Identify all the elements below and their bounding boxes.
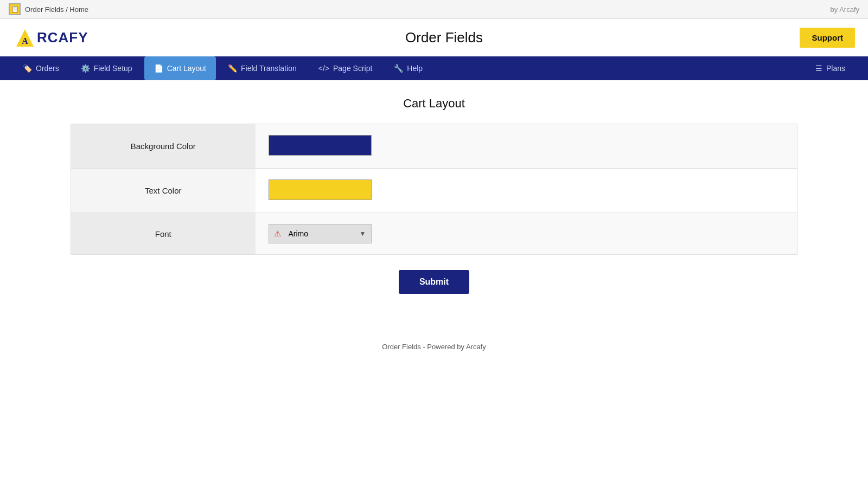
text-color-cell <box>256 169 797 213</box>
text-color-label: Text Color <box>71 169 256 213</box>
nav-item-orders[interactable]: 🏷️ Orders <box>13 56 69 80</box>
nav-help-label: Help <box>407 64 423 73</box>
breadcrumb: Order Fields / Home <box>25 5 88 14</box>
cart-layout-title: Cart Layout <box>71 97 797 111</box>
wrench-icon: 🔧 <box>394 64 403 73</box>
header: A RCAFY Order Fields Support <box>0 19 868 56</box>
nav-orders-label: Orders <box>36 64 59 73</box>
svg-text:A: A <box>22 36 28 46</box>
font-label: Font <box>71 213 256 255</box>
submit-button[interactable]: Submit <box>399 270 469 294</box>
page-header-title: Order Fields <box>405 29 483 46</box>
nav-item-field-setup[interactable]: ⚙️ Field Setup <box>71 56 142 80</box>
logo-icon: A <box>13 28 37 48</box>
pencil-icon: ✏️ <box>228 64 237 73</box>
document-icon: 📄 <box>154 64 163 73</box>
nav-page-script-label: Page Script <box>333 64 372 73</box>
branding-label: by Arcafy <box>831 5 859 14</box>
support-button[interactable]: Support <box>800 28 855 48</box>
nav-item-plans[interactable]: ☰ Plans <box>806 56 855 80</box>
submit-row: Submit <box>71 270 797 294</box>
nav-item-cart-layout[interactable]: 📄 Cart Layout <box>144 56 216 80</box>
breadcrumb-area: 📋 Order Fields / Home <box>9 3 88 15</box>
nav-item-field-translation[interactable]: ✏️ Field Translation <box>218 56 307 80</box>
list-icon: ☰ <box>815 64 822 73</box>
background-color-swatch[interactable] <box>269 135 372 156</box>
gear-icon: ⚙️ <box>81 64 90 73</box>
background-color-cell <box>256 124 797 169</box>
nav-field-setup-label: Field Setup <box>94 64 132 73</box>
logo-text: RCAFY <box>37 29 88 46</box>
nav-item-help[interactable]: 🔧 Help <box>384 56 432 80</box>
footer: Order Fields - Powered by Arcafy <box>0 310 868 362</box>
code-icon: </> <box>318 64 329 73</box>
app-icon: 📋 <box>9 3 21 15</box>
font-select[interactable]: Arimo Arial Georgia Helvetica Roboto Tim… <box>269 224 372 243</box>
logo: A RCAFY <box>13 28 88 48</box>
table-row-text-color: Text Color <box>71 169 797 213</box>
main-nav: 🏷️ Orders ⚙️ Field Setup 📄 Cart Layout ✏… <box>0 56 868 80</box>
nav-plans-label: Plans <box>826 64 845 73</box>
font-select-wrapper: ⚠ Arimo Arial Georgia Helvetica Roboto T… <box>269 224 372 243</box>
tag-icon: 🏷️ <box>23 64 32 73</box>
table-row-font: Font ⚠ Arimo Arial Georgia Helvetica Rob… <box>71 213 797 255</box>
background-color-label: Background Color <box>71 124 256 169</box>
text-color-swatch[interactable] <box>269 179 372 200</box>
nav-cart-layout-label: Cart Layout <box>167 64 206 73</box>
table-row-background-color: Background Color <box>71 124 797 169</box>
footer-text: Order Fields - Powered by Arcafy <box>382 343 486 351</box>
top-bar: 📋 Order Fields / Home by Arcafy <box>0 0 868 19</box>
main-content: Cart Layout Background Color Text Color … <box>0 80 868 310</box>
nav-field-translation-label: Field Translation <box>241 64 297 73</box>
font-cell: ⚠ Arimo Arial Georgia Helvetica Roboto T… <box>256 213 797 255</box>
cart-layout-form: Background Color Text Color Font ⚠ <box>71 124 797 255</box>
nav-item-page-script[interactable]: </> Page Script <box>309 56 382 80</box>
